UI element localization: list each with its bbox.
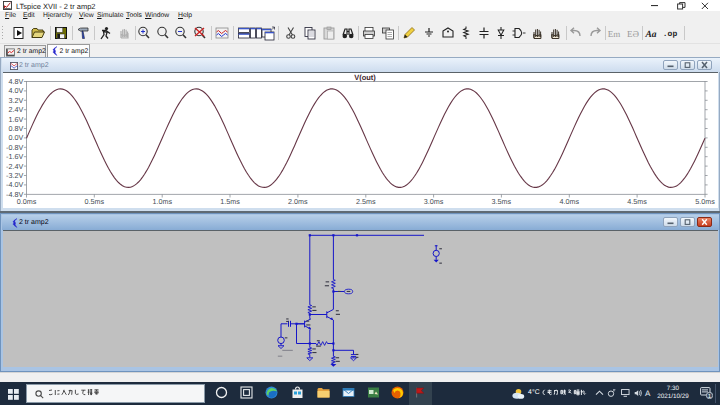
svg-text:.op: .op [663,30,678,39]
svg-text:Aa: Aa [644,30,656,40]
svg-text:0.5ms: 0.5ms [85,197,105,206]
svg-text:3.5ms: 3.5ms [492,197,512,206]
svg-text:0.0V: 0.0V [9,133,24,142]
svg-text:V(out): V(out) [354,73,376,82]
svg-text:4.8V: 4.8V [9,77,24,86]
svg-text:2.4V: 2.4V [9,105,24,114]
svg-text:4.0ms: 4.0ms [560,197,580,206]
svg-text:3.0ms: 3.0ms [424,197,444,206]
svg-text:5.0ms: 5.0ms [695,197,715,206]
svg-text:-1.6V: -1.6V [6,152,23,161]
svg-text:Em: Em [608,29,621,39]
svg-text:3.2V: 3.2V [9,96,24,105]
svg-text:1.6V: 1.6V [9,115,24,124]
svg-text:1.0ms: 1.0ms [152,197,172,206]
svg-text:0.8V: 0.8V [9,124,24,133]
svg-text:2.5ms: 2.5ms [356,197,376,206]
svg-text:-0.8V: -0.8V [6,143,23,152]
svg-text:2.0ms: 2.0ms [288,197,308,206]
svg-text:-4.8V: -4.8V [6,190,23,199]
svg-text:1.5ms: 1.5ms [220,197,240,206]
svg-text:EƏ: EƏ [627,29,639,39]
svg-text:4.5ms: 4.5ms [627,197,647,206]
svg-text:-2.4V: -2.4V [6,162,23,171]
svg-text:4.0V: 4.0V [9,86,24,95]
svg-text:-4.0V: -4.0V [6,180,23,189]
svg-text:-3.2V: -3.2V [6,171,23,180]
